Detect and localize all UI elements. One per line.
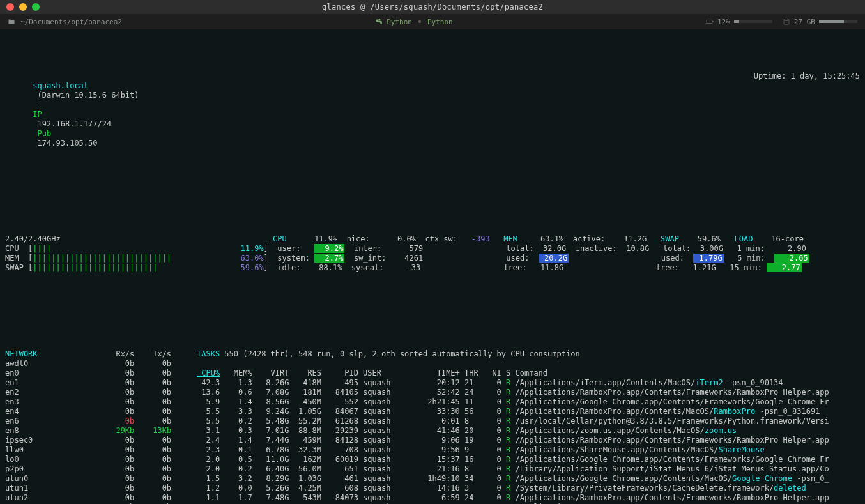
task-row: 1.1 1.7 7.48G 543M 84073 squash 6:59 24 … [197, 493, 860, 503]
svg-point-2 [784, 19, 789, 21]
task-row: 13.6 0.6 7.08G 181M 84105 squash 52:42 2… [197, 388, 860, 397]
separator-dot-icon [418, 20, 421, 23]
pathbar: ~/Documents/opt/panacea2 Python Python 1… [0, 14, 865, 29]
svg-rect-1 [712, 21, 713, 22]
network-row: p2p0 0b 0b [5, 464, 197, 474]
network-row: lo0 0b 0b [5, 455, 197, 464]
terminal[interactable]: squash.local (Darwin 10.15.6 64bit) - IP… [0, 29, 865, 504]
right-column: TASKS 550 (2428 thr), 548 run, 0 slp, 2 … [197, 349, 860, 504]
task-row: 5.9 1.4 8.56G 450M 552 squash 2h21:45 11… [197, 397, 860, 407]
stat-row: SWAP [||||||||||||||||||||||||||| 59.6%]… [5, 263, 860, 273]
network-row: en2 0b 0b [5, 388, 197, 397]
lang-2: Python [427, 17, 453, 27]
hostname: squash.local [33, 81, 88, 90]
window-title: glances @ /Users/squash/Documents/opt/pa… [0, 3, 865, 12]
top-stats: 2.40/2.40GHz CPU 11.9% nice: 0.0% ctx_sw… [5, 234, 860, 273]
stat-row: 2.40/2.40GHz CPU 11.9% nice: 0.0% ctx_sw… [5, 234, 860, 244]
task-row: 2.3 0.1 6.78G 32.3M 708 squash 9:56 9 0 … [197, 445, 860, 455]
network-row: en4 0b 0b [5, 407, 197, 416]
path-text: ~/Documents/opt/panacea2 [20, 17, 122, 27]
network-row: en0 0b 0b [5, 369, 197, 378]
disk-free: 27 GB [794, 17, 815, 27]
stat-row: CPU [|||| 11.9%] user: 9.2% inter: 579 t… [5, 244, 860, 254]
folder-icon [8, 18, 15, 26]
network-row: en8 29Kb 13Kb [5, 426, 197, 436]
tasks-header: CPU% MEM% VIRT RES PID USER TIME+ THR NI… [197, 369, 860, 378]
task-row: 2.0 0.2 6.40G 56.0M 651 squash 21:16 8 0… [197, 464, 860, 474]
ip-value: 192.168.1.177/24 [38, 119, 112, 128]
titlebar[interactable]: glances @ /Users/squash/Documents/opt/pa… [0, 0, 865, 14]
battery-icon [706, 18, 714, 26]
network-row: utun0 0b 0b [5, 474, 197, 484]
task-row: 3.1 0.3 7.01G 88.8M 29239 squash 41:46 2… [197, 426, 860, 436]
battery-gauge [734, 20, 772, 23]
os-text [33, 91, 37, 100]
python-icon [375, 18, 383, 26]
network-row: awdl0 0b 0b [5, 359, 197, 369]
task-row: 42.3 1.3 8.26G 418M 495 squash 20:12 21 … [197, 378, 860, 388]
task-row: 1.5 3.2 8.29G 1.03G 461 squash 1h49:10 3… [197, 474, 860, 484]
network-row: utun1 0b 0b [5, 484, 197, 493]
task-row: 2.4 1.4 7.44G 459M 84128 squash 9:06 19 … [197, 436, 860, 445]
lang-1: Python [387, 17, 412, 27]
tasks-summary: TASKS 550 (2428 thr), 548 run, 0 slp, 2 … [197, 349, 860, 359]
ip-label: IP [33, 110, 42, 119]
network-row: ipsec0 0b 0b [5, 436, 197, 445]
network-row: llw0 0b 0b [5, 445, 197, 455]
network-row: utun2 0b 0b [5, 493, 197, 503]
network-row: en1 0b 0b [5, 378, 197, 388]
pub-ip: 174.93.105.50 [38, 139, 98, 148]
sys-header: squash.local (Darwin 10.15.6 64bit) - IP… [5, 72, 860, 158]
network-row: en3 0b 0b [5, 397, 197, 407]
battery-pct: 12% [717, 17, 730, 27]
pub-label: Pub [38, 129, 52, 138]
svg-rect-0 [706, 20, 712, 24]
task-row: 2.0 0.5 11.0G 162M 60019 squash 15:37 16… [197, 455, 860, 464]
task-row: 1.2 0.0 5.26G 4.25M 608 squash 14:16 3 0… [197, 484, 860, 493]
task-row: 5.5 0.2 5.48G 55.2M 61268 squash 0:01 8 … [197, 416, 860, 426]
stat-row: MEM [|||||||||||||||||||||||||||||| 63.0… [5, 254, 860, 263]
task-row: 5.5 3.3 9.24G 1.05G 84067 squash 33:30 5… [197, 407, 860, 416]
network-row: en6 0b 0b [5, 416, 197, 426]
uptime: Uptime: 1 day, 15:25:45 [754, 72, 860, 158]
disk-gauge [819, 20, 857, 23]
left-column: NETWORK Rx/s Tx/sawdl0 0b 0ben0 0b 0ben1… [5, 349, 197, 504]
disk-icon [783, 18, 790, 26]
